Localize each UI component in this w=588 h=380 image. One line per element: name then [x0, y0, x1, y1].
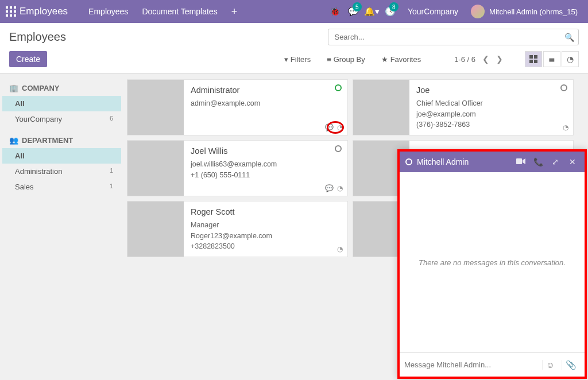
phone-call-icon[interactable]: 📞	[532, 157, 544, 166]
svg-rect-5	[14, 10, 16, 13]
view-activity[interactable]: ◔	[562, 51, 579, 67]
pager-value: 1-6 / 6	[454, 55, 475, 64]
user-name: Mitchell Admin (ohrms_15)	[489, 7, 578, 16]
brand-label: Employees	[20, 6, 68, 17]
nav-plus-button[interactable]: +	[225, 6, 245, 18]
chat-icon[interactable]: 💬	[325, 123, 334, 131]
expand-icon[interactable]: ⤢	[549, 157, 562, 166]
sidebar-company-item[interactable]: YourCompany 6	[2, 111, 121, 127]
activity-icon[interactable]: ◔	[563, 123, 568, 131]
employee-email: admin@example.com	[191, 98, 341, 109]
svg-rect-2	[14, 6, 16, 9]
sidebar: 🏢 COMPANY All YourCompany 6 👥 DEPARTMENT…	[0, 73, 123, 378]
svg-rect-0	[6, 6, 8, 9]
list-icon: ≡	[327, 55, 331, 64]
svg-rect-3	[6, 10, 8, 13]
employee-name: Administrator	[191, 84, 341, 97]
employee-title: Chief Medical Officer	[416, 98, 566, 109]
svg-rect-4	[10, 10, 12, 13]
employee-title: Manager	[191, 220, 341, 231]
employee-photo	[127, 141, 184, 196]
pager-prev[interactable]: ❮	[482, 55, 489, 64]
employee-email: joe@example.com	[416, 109, 566, 120]
sidebar-company-header: 🏢 COMPANY	[2, 80, 121, 96]
search-box: 🔍	[328, 29, 579, 45]
employee-name: Joel Willis	[191, 145, 341, 158]
svg-rect-10	[534, 55, 537, 59]
pager-next[interactable]: ❯	[496, 55, 503, 64]
activity-icon[interactable]: 🕓8	[381, 0, 400, 23]
close-icon[interactable]: ✕	[566, 157, 579, 166]
top-navbar: Employees Employees Document Templates +…	[0, 0, 588, 23]
employee-photo	[127, 201, 184, 257]
employee-name: Roger Scott	[191, 206, 341, 219]
employee-card[interactable]: Joe Chief Medical Officer joe@example.co…	[353, 79, 574, 135]
chat-empty-text: There are no messages in this conversati…	[419, 258, 566, 267]
chat-window: Mitchell Admin 📞 ⤢ ✕ There are no messag…	[397, 149, 587, 379]
employee-card[interactable]: Roger Scott Manager Roger123@example.com…	[127, 201, 348, 257]
users-icon: 👥	[9, 136, 18, 145]
employee-phone: +1 (650) 555-0111	[191, 170, 341, 181]
chat-presence-icon	[405, 158, 412, 165]
chat-title: Mitchell Admin	[417, 157, 510, 166]
groupby-button[interactable]: ≡Group By	[321, 52, 371, 67]
search-input[interactable]	[328, 29, 579, 45]
brand[interactable]: Employees	[6, 6, 68, 17]
employee-phone: (376)-3852-7863	[416, 119, 566, 130]
building-icon: 🏢	[9, 84, 18, 92]
svg-rect-7	[10, 14, 12, 17]
employee-photo	[353, 80, 409, 135]
nav-employees[interactable]: Employees	[82, 7, 135, 16]
svg-rect-13	[516, 158, 522, 164]
emoji-icon[interactable]: ☺	[542, 360, 558, 370]
debug-icon[interactable]: 🐞	[326, 0, 345, 23]
presence-indicator	[335, 84, 342, 91]
favorites-button[interactable]: ★Favorites	[376, 52, 427, 67]
view-kanban[interactable]	[525, 51, 542, 67]
activity-icon[interactable]: ◔	[337, 123, 343, 131]
video-call-icon[interactable]	[514, 157, 527, 166]
sidebar-department-header: 👥 DEPARTMENT	[2, 133, 121, 148]
attachment-icon[interactable]: 📎	[562, 360, 580, 370]
svg-rect-9	[529, 55, 533, 59]
svg-rect-6	[6, 14, 8, 17]
presence-indicator	[335, 145, 342, 152]
activity-icon[interactable]: ◔	[337, 184, 343, 192]
user-avatar	[471, 5, 485, 18]
employee-card[interactable]: Administrator admin@example.com 💬 ◔	[127, 79, 348, 135]
sidebar-department-all[interactable]: All	[2, 148, 121, 164]
search-icon[interactable]: 🔍	[564, 33, 574, 42]
employee-email: Roger123@example.com	[191, 231, 341, 242]
page-title: Employees	[9, 30, 66, 44]
sidebar-company-all[interactable]: All	[2, 96, 121, 111]
star-icon: ★	[381, 55, 388, 64]
chat-icon[interactable]: 💬	[325, 184, 334, 192]
chat-input[interactable]	[404, 360, 539, 369]
filters-button[interactable]: ▾Filters	[278, 52, 316, 67]
employee-card[interactable]: Joel Willis joel.willis63@example.com +1…	[127, 140, 348, 196]
svg-rect-1	[10, 6, 12, 9]
employee-name: Joe	[416, 84, 566, 97]
nav-document-templates[interactable]: Document Templates	[135, 7, 224, 16]
employee-phone: +3282823500	[191, 241, 341, 252]
notifications-icon[interactable]: 🔔▾	[363, 0, 381, 23]
company-selector[interactable]: YourCompany	[400, 7, 466, 16]
view-list[interactable]: ≣	[543, 51, 560, 67]
sidebar-dept-administration[interactable]: Administration 1	[2, 164, 121, 179]
chat-header: Mitchell Admin 📞 ⤢ ✕	[400, 152, 585, 172]
filter-icon: ▾	[284, 55, 288, 64]
pager: 1-6 / 6 ❮ ❯	[448, 55, 509, 64]
chat-body: There are no messages in this conversati…	[400, 172, 585, 352]
chat-composer: ☺ 📎	[400, 352, 585, 377]
messaging-icon[interactable]: 💬5	[345, 0, 363, 23]
employee-photo	[127, 80, 184, 135]
svg-rect-11	[529, 60, 533, 63]
user-menu[interactable]: Mitchell Admin (ohrms_15)	[466, 5, 582, 18]
activity-icon[interactable]: ◔	[337, 245, 343, 253]
apps-icon	[6, 6, 16, 17]
svg-rect-8	[14, 14, 16, 17]
activity-badge: 8	[389, 2, 399, 11]
create-button[interactable]: Create	[9, 51, 47, 67]
sidebar-dept-sales[interactable]: Sales 1	[2, 179, 121, 195]
messaging-badge: 5	[353, 2, 362, 11]
